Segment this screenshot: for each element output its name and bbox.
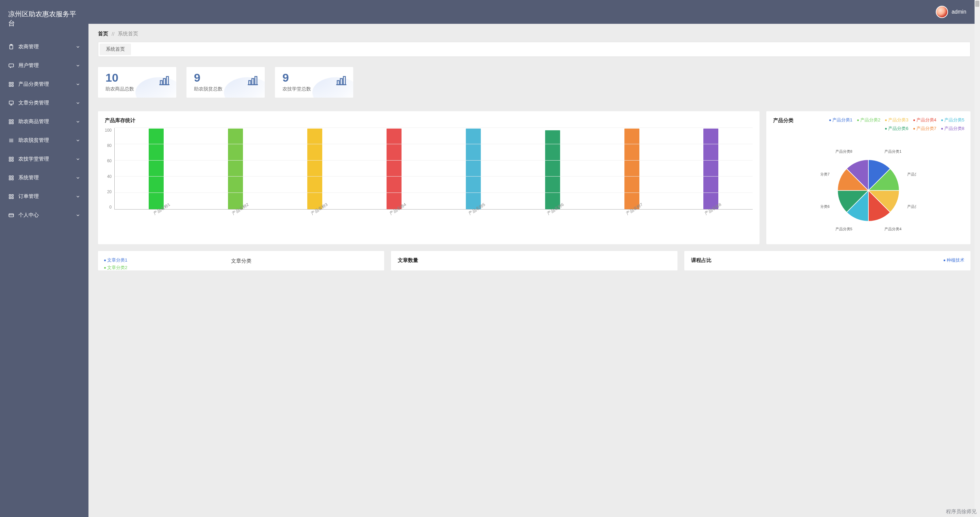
bar-7[interactable] bbox=[703, 128, 718, 209]
svg-rect-19 bbox=[9, 176, 11, 178]
header: admin bbox=[89, 0, 980, 24]
tab-bar: 系统首页 bbox=[98, 42, 970, 57]
chevron-down-icon bbox=[76, 176, 80, 180]
sidebar-item-4[interactable]: 助农商品管理 bbox=[0, 112, 89, 131]
svg-rect-24 bbox=[12, 195, 14, 196]
breadcrumb: 首页 // 系统首页 bbox=[98, 31, 970, 37]
legend-item[interactable]: 产品分类4 bbox=[913, 116, 937, 124]
svg-rect-6 bbox=[12, 85, 14, 86]
sidebar-item-label: 助农脱贫管理 bbox=[18, 137, 49, 144]
sidebar-item-label: 文章分类管理 bbox=[18, 100, 49, 106]
stat-label: 助农商品总数 bbox=[105, 86, 169, 92]
legend-item[interactable]: 种植技术 bbox=[943, 257, 964, 263]
chevron-down-icon bbox=[76, 63, 80, 68]
bar-5[interactable] bbox=[545, 130, 560, 209]
y-tick: 80 bbox=[107, 143, 111, 148]
stat-card-1: 9 助农脱贫总数 bbox=[186, 67, 265, 98]
pie-label: 产品分类6 bbox=[821, 205, 830, 208]
svg-rect-11 bbox=[12, 122, 14, 124]
y-tick: 40 bbox=[107, 174, 111, 179]
panel-article-count: 文章数量 bbox=[391, 251, 677, 270]
sidebar-item-label: 农商管理 bbox=[18, 44, 39, 50]
bar-6[interactable] bbox=[624, 128, 640, 209]
legend-item[interactable]: 产品分类7 bbox=[913, 124, 937, 133]
breadcrumb-sep: // bbox=[111, 31, 115, 37]
panel-bar-chart: 产品库存统计 100806040200 产品名称1产品名称2产品名称3产品名称4… bbox=[98, 111, 759, 244]
chevron-down-icon bbox=[76, 119, 80, 124]
chevron-down-icon bbox=[76, 82, 80, 87]
pie-chart: 产品分类1产品分类2产品分类3产品分类4产品分类5产品分类6产品分类7产品分类8 bbox=[821, 143, 916, 238]
sidebar-item-label: 订单管理 bbox=[18, 193, 39, 200]
sidebar-item-label: 农技学堂管理 bbox=[18, 156, 49, 162]
legend-item[interactable]: 产品分类3 bbox=[885, 116, 908, 124]
legend-item[interactable]: 产品分类5 bbox=[941, 116, 964, 124]
sidebar-item-7[interactable]: 系统管理 bbox=[0, 168, 89, 187]
grid-icon bbox=[8, 119, 14, 125]
svg-rect-27 bbox=[9, 214, 14, 217]
breadcrumb-main[interactable]: 首页 bbox=[98, 31, 108, 37]
clipboard-icon bbox=[8, 44, 14, 50]
svg-rect-34 bbox=[249, 81, 251, 85]
chevron-down-icon bbox=[76, 101, 80, 105]
svg-rect-31 bbox=[163, 79, 165, 85]
svg-rect-17 bbox=[9, 160, 11, 161]
sidebar-item-5[interactable]: 助农脱贫管理 bbox=[0, 131, 89, 150]
pie-label: 产品分类3 bbox=[907, 205, 916, 208]
stat-label: 农技学堂总数 bbox=[282, 86, 346, 92]
legend-item[interactable]: 文章分类2 bbox=[104, 264, 127, 271]
sidebar-item-6[interactable]: 农技学堂管理 bbox=[0, 150, 89, 168]
svg-rect-4 bbox=[12, 82, 14, 84]
legend-item[interactable]: 产品分类8 bbox=[941, 124, 964, 133]
svg-rect-36 bbox=[255, 76, 257, 85]
sidebar-item-8[interactable]: 订单管理 bbox=[0, 187, 89, 206]
sidebar-item-3[interactable]: 文章分类管理 bbox=[0, 94, 89, 112]
bar-2[interactable] bbox=[307, 128, 322, 209]
y-tick: 0 bbox=[109, 205, 111, 209]
svg-rect-22 bbox=[12, 178, 14, 180]
bar-chart-title: 产品库存统计 bbox=[105, 117, 753, 124]
bars-icon bbox=[336, 76, 347, 87]
tab-home[interactable]: 系统首页 bbox=[100, 44, 131, 55]
presentation-icon bbox=[8, 100, 14, 106]
chevron-down-icon bbox=[76, 194, 80, 199]
bar-3[interactable] bbox=[387, 128, 401, 209]
panel-article-category: 文章分类1文章分类2 文章分类 bbox=[98, 251, 384, 270]
username: admin bbox=[951, 9, 966, 15]
bar-4[interactable] bbox=[466, 128, 481, 209]
bar-1[interactable] bbox=[228, 128, 243, 209]
svg-rect-26 bbox=[12, 197, 14, 199]
bar-0[interactable] bbox=[149, 128, 164, 209]
scrollbar-track[interactable] bbox=[975, 0, 980, 517]
breadcrumb-sub: 系统首页 bbox=[118, 31, 138, 37]
svg-rect-21 bbox=[9, 178, 11, 180]
y-tick: 20 bbox=[107, 189, 111, 194]
sidebar-item-9[interactable]: 个人中心 bbox=[0, 206, 89, 225]
pie-label: 产品分类7 bbox=[821, 172, 830, 176]
panel-course-ratio: 课程占比 种植技术 bbox=[684, 251, 970, 270]
scrollbar-thumb[interactable] bbox=[975, 1, 979, 7]
legend-item[interactable]: 产品分类2 bbox=[857, 116, 880, 124]
legend-item[interactable]: 产品分类1 bbox=[829, 116, 853, 124]
legend-item[interactable]: 产品分类6 bbox=[885, 124, 908, 133]
sidebar-item-label: 助农商品管理 bbox=[18, 118, 49, 125]
chat-icon bbox=[8, 63, 14, 69]
course-ratio-title: 课程占比 bbox=[691, 257, 964, 263]
user-menu[interactable]: admin bbox=[936, 6, 966, 18]
svg-rect-18 bbox=[12, 160, 14, 161]
sidebar-item-1[interactable]: 用户管理 bbox=[0, 56, 89, 75]
pie-label: 产品分类1 bbox=[885, 149, 901, 154]
y-tick: 60 bbox=[107, 159, 111, 163]
sidebar-item-0[interactable]: 农商管理 bbox=[0, 37, 89, 56]
svg-rect-20 bbox=[12, 176, 14, 178]
svg-rect-39 bbox=[340, 79, 342, 85]
svg-rect-32 bbox=[166, 76, 169, 85]
svg-rect-2 bbox=[9, 63, 14, 67]
sidebar-item-2[interactable]: 产品分类管理 bbox=[0, 75, 89, 94]
svg-rect-5 bbox=[9, 85, 11, 86]
legend-item[interactable]: 文章分类1 bbox=[104, 257, 127, 264]
bars-icon bbox=[247, 76, 259, 87]
panel-pie-chart: 产品分类 产品分类1产品分类2产品分类3产品分类4产品分类5产品分类6产品分类7… bbox=[766, 111, 970, 244]
svg-rect-40 bbox=[343, 76, 345, 85]
main-area: admin 首页 // 系统首页 系统首页 10 助农商品总数 9 助农脱贫总数 bbox=[89, 0, 980, 517]
article-count-title: 文章数量 bbox=[398, 257, 670, 263]
